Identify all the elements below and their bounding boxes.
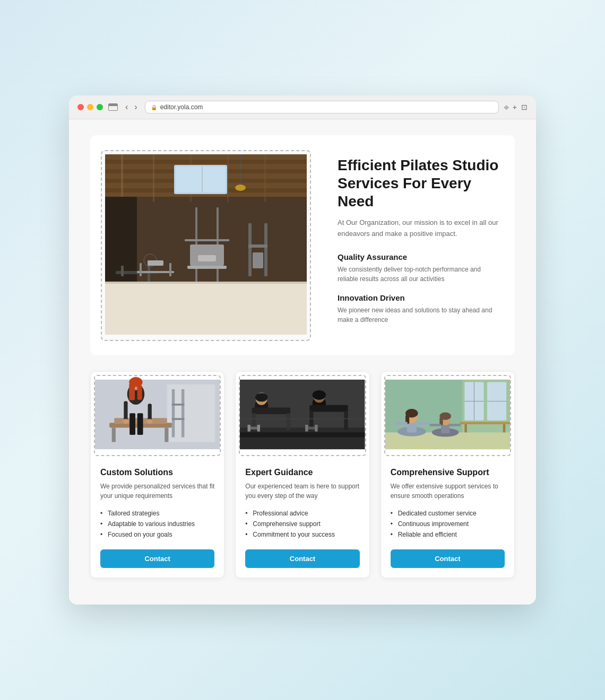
card-2-contact-button[interactable]: Contact	[245, 549, 359, 568]
card-3-body: Comprehensive Support We offer extensive…	[381, 459, 514, 578]
svg-rect-18	[121, 266, 124, 276]
svg-rect-66	[287, 413, 290, 430]
card-2-desc: Our experienced team is here to support …	[245, 482, 359, 501]
browser-chrome: ‹ › 🔒 editor.yola.com ⎆ + ⊡	[69, 95, 536, 119]
feature-quality-desc: We consistently deliver top-notch perfor…	[338, 265, 499, 284]
browser-actions: ⎆ + ⊡	[504, 103, 528, 111]
card-3-title: Comprehensive Support	[391, 468, 505, 477]
card-1-image-wrap	[91, 375, 224, 456]
minimize-button[interactable]	[87, 104, 93, 110]
svg-rect-78	[315, 425, 318, 432]
card-comprehensive-support: Comprehensive Support We offer extensive…	[381, 371, 515, 578]
nav-buttons: ‹ ›	[123, 101, 140, 113]
feature-innovation: Innovation Driven We pioneer new ideas a…	[338, 293, 499, 325]
feature-innovation-title: Innovation Driven	[338, 293, 499, 302]
svg-rect-96	[395, 422, 408, 424]
hero-image-container	[101, 150, 311, 341]
cards-section: Custom Solutions We provide personalized…	[90, 371, 515, 578]
svg-rect-30	[253, 252, 263, 268]
card-3-image	[385, 376, 510, 453]
feature-quality-title: Quality Assurance	[338, 252, 499, 261]
svg-rect-77	[305, 425, 308, 432]
card-2-body: Expert Guidance Our experienced team is …	[236, 459, 369, 578]
card-1-list-item: Adaptable to various industries	[100, 519, 214, 529]
svg-point-55	[147, 419, 153, 424]
hero-subtitle: At Our Organization, our mission is to e…	[338, 217, 499, 240]
card-1-list-item: Tailored strategies	[100, 508, 214, 519]
hero-image	[105, 154, 307, 335]
card-3-image-wrap	[381, 375, 514, 456]
card-custom-solutions: Custom Solutions We provide personalized…	[90, 371, 224, 578]
svg-rect-23	[185, 239, 229, 241]
svg-rect-41	[172, 404, 185, 406]
lock-icon: 🔒	[151, 104, 157, 110]
svg-rect-27	[248, 223, 252, 276]
hero-text-content: Efficient Pilates Studio Services For Ev…	[332, 146, 504, 344]
card-1-body: Custom Solutions We provide personalized…	[91, 459, 224, 578]
add-tab-icon[interactable]: +	[513, 103, 517, 111]
svg-rect-7	[153, 154, 154, 202]
card-3-list-item: Continuous improvement	[391, 519, 505, 529]
browser-window: ‹ › 🔒 editor.yola.com ⎆ + ⊡	[69, 95, 536, 604]
card-2-list: Professional advice Comprehensive suppor…	[245, 508, 359, 540]
back-button[interactable]: ‹	[123, 101, 130, 113]
svg-rect-53	[148, 404, 152, 421]
svg-rect-42	[172, 418, 185, 420]
card-2-list-item: Commitment to your success	[245, 529, 359, 540]
share-icon[interactable]: ⎆	[504, 103, 508, 111]
svg-rect-25	[187, 266, 227, 269]
svg-rect-40	[182, 389, 184, 438]
card-2-image-wrap	[236, 375, 369, 456]
svg-point-36	[235, 185, 246, 191]
card-expert-guidance: Expert Guidance Our experienced team is …	[235, 371, 369, 578]
svg-rect-46	[165, 427, 168, 442]
svg-rect-67	[249, 426, 258, 429]
svg-point-63	[255, 393, 268, 401]
svg-rect-52	[124, 401, 127, 420]
svg-rect-31	[137, 271, 174, 273]
svg-rect-29	[248, 244, 267, 248]
hero-title: Efficient Pilates Studio Services For Ev…	[338, 156, 499, 210]
svg-rect-50	[129, 383, 135, 400]
card-1-image	[95, 376, 220, 453]
svg-rect-32	[140, 263, 142, 276]
card-2-image	[240, 376, 365, 453]
svg-rect-103	[429, 424, 441, 426]
svg-rect-57	[137, 413, 143, 435]
hero-section: Efficient Pilates Studio Services For Ev…	[90, 135, 515, 355]
svg-rect-64	[252, 407, 290, 414]
svg-rect-73	[310, 405, 348, 412]
svg-rect-51	[137, 385, 142, 399]
hero-image-dashed-border	[101, 150, 311, 341]
svg-rect-104	[449, 424, 461, 426]
svg-rect-87	[460, 422, 510, 424]
address-bar[interactable]: 🔒 editor.yola.com	[145, 101, 499, 113]
card-1-list-item: Focused on your goals	[100, 529, 214, 540]
svg-rect-10	[264, 154, 266, 202]
svg-rect-79	[240, 418, 365, 419]
card-2-list-item: Professional advice	[245, 508, 359, 519]
url-text: editor.yola.com	[160, 103, 203, 111]
svg-rect-28	[264, 223, 267, 276]
svg-rect-69	[257, 425, 260, 432]
svg-rect-56	[129, 413, 135, 435]
svg-rect-33	[169, 263, 171, 276]
svg-rect-26	[198, 255, 216, 261]
close-button[interactable]	[77, 104, 84, 110]
svg-point-72	[313, 390, 326, 399]
extensions-icon[interactable]: ⊡	[521, 103, 528, 111]
svg-point-54	[123, 419, 128, 424]
maximize-button[interactable]	[97, 104, 103, 110]
card-1-dashed	[94, 375, 221, 456]
card-2-title: Expert Guidance	[245, 468, 359, 477]
svg-rect-16	[105, 282, 307, 284]
svg-rect-6	[121, 154, 123, 202]
card-3-contact-button[interactable]: Contact	[391, 549, 505, 568]
page-content: Efficient Pilates Studio Services For Ev…	[69, 119, 536, 604]
card-3-list-item: Dedicated customer service	[391, 508, 505, 519]
card-1-title: Custom Solutions	[100, 468, 214, 477]
traffic-lights	[77, 104, 103, 110]
forward-button[interactable]: ›	[132, 101, 139, 113]
card-1-contact-button[interactable]: Contact	[100, 549, 214, 568]
card-1-list: Tailored strategies Adaptable to various…	[100, 508, 214, 540]
